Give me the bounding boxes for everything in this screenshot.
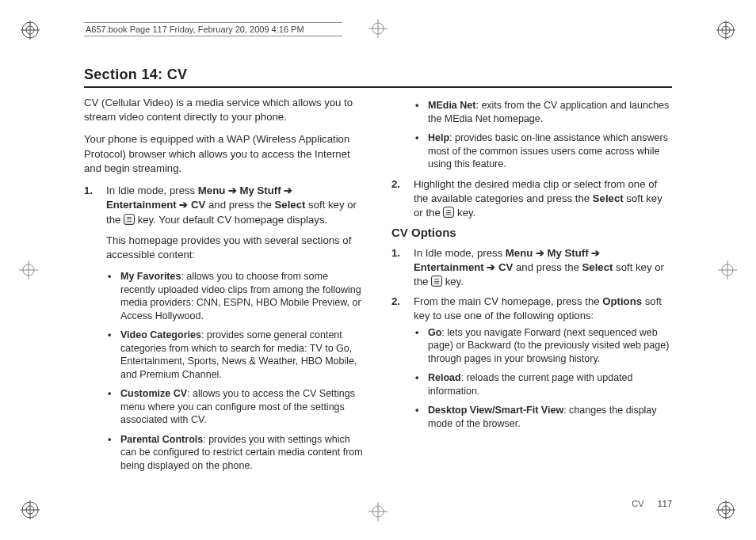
intro-1: CV (Cellular Video) is a media service w… [84, 96, 365, 124]
crop-cross-icon [367, 17, 389, 40]
ok-key-icon [443, 207, 454, 218]
crop-cross-icon [17, 259, 40, 281]
column-left: CV (Cellular Video) is a media service w… [84, 96, 365, 478]
cv-options-heading: CV Options [391, 225, 672, 241]
bullets-right-top: MEdia Net: exits from the CV application… [391, 99, 672, 171]
ok-key-icon [124, 214, 135, 225]
book-meta-text: A657.book Page 117 Friday, February 20, … [84, 23, 342, 36]
list-item: Reload: reloads the current page with up… [414, 371, 672, 397]
crop-mark-icon [716, 21, 735, 40]
footer-section: CV [632, 499, 643, 508]
cvopt-step-1: In Idle mode, press Menu ➔ My Stuff ➔ En… [391, 246, 672, 290]
cvopt-step-2: From the main CV homepage, press the Opt… [391, 295, 672, 431]
list-item: Customize CV: allows you to access the C… [106, 387, 365, 427]
ok-key-icon [431, 276, 442, 287]
step-2: Highlight the desired media clip or sele… [391, 177, 672, 221]
footer-page-number: 117 [658, 499, 672, 508]
list-item: Parental Controls: provides you with set… [106, 433, 365, 473]
list-item: Help: provides basic on-line assistance … [414, 131, 672, 171]
section-rule [84, 86, 672, 88]
list-item: My Favorites: allows you to choose from … [106, 270, 365, 322]
bullets-left: My Favorites: allows you to choose from … [106, 270, 365, 472]
list-item: MEdia Net: exits from the CV application… [414, 99, 672, 125]
page-footer: CV 117 [632, 499, 672, 508]
page: A657.book Page 117 Friday, February 20, … [0, 0, 756, 540]
list-item: Go: lets you navigate Forward (next sequ… [414, 326, 672, 366]
column-right: MEdia Net: exits from the CV application… [391, 96, 672, 478]
content-area: Section 14: CV CV (Cellular Video) is a … [84, 67, 672, 492]
bullets-cvopt: Go: lets you navigate Forward (next sequ… [414, 326, 672, 431]
book-meta: A657.book Page 117 Friday, February 20, … [84, 22, 342, 36]
list-item: Video Categories: provides some general … [106, 329, 365, 381]
crop-cross-icon [716, 259, 739, 281]
intro-2: Your phone is equipped with a WAP (Wirel… [84, 132, 365, 176]
crop-cross-icon [367, 500, 389, 523]
crop-mark-icon [21, 500, 40, 519]
list-item: Desktop View/Smart-Fit View: changes the… [414, 404, 672, 430]
step-1: In Idle mode, press Menu ➔ My Stuff ➔ En… [84, 184, 365, 472]
section-title: Section 14: CV [84, 67, 672, 83]
step-1-para2: This homepage provides you with several … [106, 234, 365, 262]
crop-mark-icon [716, 500, 735, 519]
crop-mark-icon [21, 21, 40, 40]
